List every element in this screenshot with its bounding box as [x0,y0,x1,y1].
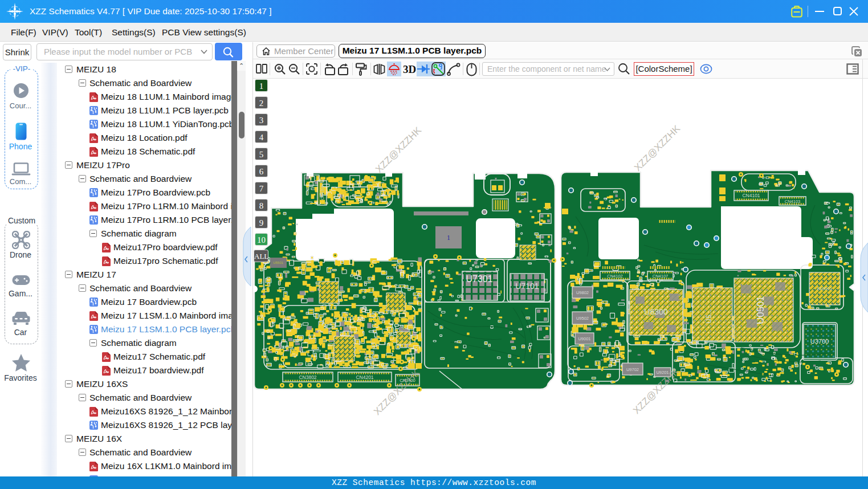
svg-text:810001: 810001 [817,286,833,291]
svg-text:U5501: U5501 [273,261,283,264]
svg-text:U9702: U9702 [626,367,639,372]
svg-text:CN4201: CN4201 [356,374,373,380]
svg-text:CN4102: CN4102 [607,274,623,279]
svg-text:CN4103: CN4103 [785,199,801,204]
svg-text:U9502: U9502 [576,316,589,321]
svg-text:1: 1 [447,234,450,242]
svg-text:U5...: U5... [705,309,713,323]
svg-text:CN4107: CN4107 [653,274,669,279]
svg-text:U3700: U3700 [810,338,829,345]
svg-text:CN3802: CN3802 [299,374,316,380]
svg-text:CN4101: CN4101 [742,193,760,198]
svg-text:XZZ@XZZHK: XZZ@XZZHK [373,125,423,175]
svg-text:U6300: U6300 [644,307,667,316]
svg-text:CN4104: CN4104 [320,185,324,200]
svg-text:U7101: U7101 [515,282,539,291]
svg-text:U7301: U7301 [466,274,492,284]
svg-text:U9802: U9802 [576,290,589,295]
svg-text:U0501: U0501 [755,296,766,324]
svg-text:XZZ@XZZHK: XZZ@XZZHK [632,123,682,173]
svg-text:U9001: U9001 [578,336,590,341]
